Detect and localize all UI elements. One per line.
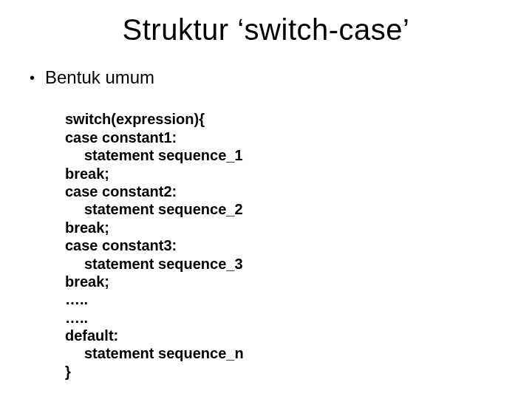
code-line: break; bbox=[65, 166, 109, 182]
slide: Struktur ‘switch-case’ • Bentuk umum swi… bbox=[0, 0, 532, 399]
code-line: case constant1: bbox=[65, 129, 177, 146]
code-line: switch(expression){ bbox=[65, 111, 205, 127]
bullet-text: Bentuk umum bbox=[45, 67, 154, 88]
bullet-marker: • bbox=[30, 67, 35, 88]
code-line: case constant2: bbox=[65, 183, 177, 200]
code-line: ….. bbox=[65, 291, 88, 307]
code-line: break; bbox=[65, 219, 109, 236]
code-line: statement sequence_n bbox=[65, 345, 244, 361]
bullet-item: • Bentuk umum bbox=[30, 67, 495, 88]
code-line: break; bbox=[65, 273, 109, 290]
page-title: Struktur ‘switch-case’ bbox=[37, 13, 495, 47]
code-line: ….. bbox=[65, 310, 88, 326]
code-line: statement sequence_3 bbox=[65, 256, 243, 272]
code-line: } bbox=[65, 364, 71, 380]
code-line: default: bbox=[65, 327, 118, 344]
code-line: statement sequence_1 bbox=[65, 147, 243, 163]
code-line: case constant3: bbox=[65, 237, 177, 253]
code-block: switch(expression){ case constant1: stat… bbox=[65, 92, 495, 399]
code-line: statement sequence_2 bbox=[65, 201, 243, 217]
